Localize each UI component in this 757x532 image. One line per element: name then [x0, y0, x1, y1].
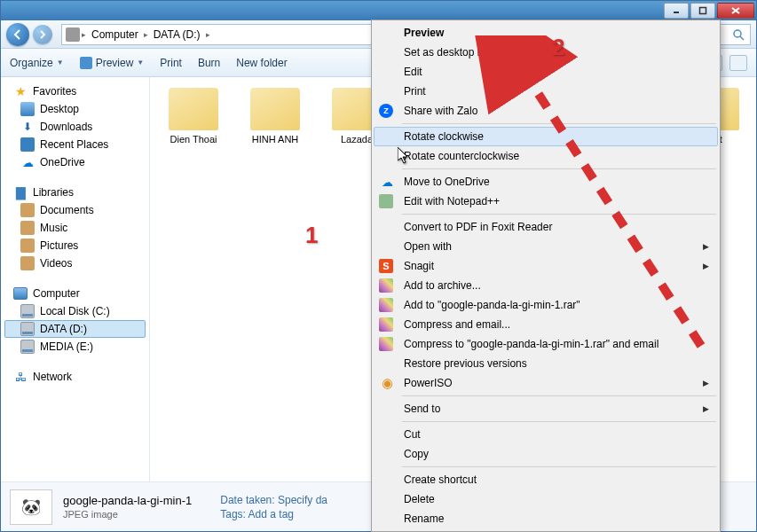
sidebar-data-d[interactable]: DATA (D:): [4, 320, 146, 338]
breadcrumb-data-d[interactable]: DATA (D:): [150, 28, 204, 41]
libraries-icon: ▇: [13, 185, 28, 200]
sidebar-local-c[interactable]: Local Disk (C:): [1, 302, 149, 320]
menu-rotate-counterclockwise[interactable]: Rotate counterclockwise: [374, 146, 718, 166]
menu-compress-rar-email[interactable]: Compress to "google-panda-la-gi-min-1.ra…: [374, 334, 718, 354]
poweriso-label: PowerISO: [404, 377, 453, 389]
menu-restore-versions[interactable]: Restore previous versions: [374, 354, 718, 373]
search-icon: [732, 28, 745, 41]
npp-label: Edit with Notepad++: [404, 195, 500, 207]
music-label: Music: [40, 222, 67, 234]
menu-share-zalo[interactable]: ZShare with Zalo: [374, 101, 718, 121]
favorites-label: Favorites: [33, 85, 76, 98]
menu-create-shortcut[interactable]: Create shortcut: [374, 470, 718, 489]
date-value[interactable]: Specify da: [278, 494, 327, 506]
chevron-right-icon: ▸: [144, 30, 148, 39]
sidebar-downloads[interactable]: ⬇Downloads: [1, 118, 149, 136]
menu-rename[interactable]: Rename: [374, 509, 718, 528]
menu-rotate-clockwise[interactable]: Rotate clockwise: [374, 127, 718, 146]
organize-menu[interactable]: Organize▼: [10, 57, 64, 69]
menu-copy[interactable]: Copy: [374, 444, 718, 464]
menu-separator: [402, 214, 716, 215]
menu-open-with[interactable]: Open with▶: [374, 237, 718, 256]
sidebar-desktop[interactable]: Desktop: [1, 100, 149, 118]
chevron-right-icon: ▸: [206, 30, 210, 39]
menu-set-background[interactable]: Set as desktop background: [374, 43, 718, 62]
download-icon: ⬇: [20, 120, 35, 134]
tags-value[interactable]: Add a tag: [248, 508, 294, 520]
disk-icon: [20, 340, 35, 354]
network-label: Network: [33, 371, 72, 383]
menu-cut[interactable]: Cut: [374, 425, 718, 444]
details-filename: google-panda-la-gi-min-1: [63, 494, 192, 507]
chevron-right-icon: ▸: [82, 30, 86, 39]
svg-line-5: [740, 36, 744, 40]
sidebar-libraries[interactable]: ▇Libraries: [1, 184, 149, 201]
sidebar-music[interactable]: Music: [1, 219, 149, 237]
computer-icon: [13, 287, 28, 300]
sidebar-computer[interactable]: Computer: [1, 285, 149, 302]
menu-edit-notepadpp[interactable]: Edit with Notepad++: [374, 192, 718, 211]
sidebar-documents[interactable]: Documents: [1, 201, 149, 219]
compemail-label: Compress and email...: [404, 318, 510, 331]
menu-snagit[interactable]: SSnagit▶: [374, 256, 718, 276]
computer-label: Computer: [33, 287, 80, 300]
menu-add-rar[interactable]: Add to "google-panda-la-gi-min-1.rar": [374, 295, 718, 315]
menu-compress-email[interactable]: Compress and email...: [374, 315, 718, 334]
star-icon: ★: [13, 84, 28, 98]
datad-label: DATA (D:): [40, 323, 87, 335]
menu-convert-foxit[interactable]: Convert to PDF in Foxit Reader: [374, 217, 718, 237]
sidebar-recent[interactable]: Recent Places: [1, 136, 149, 153]
burn-button[interactable]: Burn: [198, 57, 220, 69]
folder-hinh-anh[interactable]: HINH ANH: [241, 84, 310, 172]
sidebar-network[interactable]: 🖧Network: [1, 368, 149, 386]
menu-preview[interactable]: Preview: [374, 23, 718, 43]
comprar-label: Compress to "google-panda-la-gi-min-1.ra…: [404, 338, 658, 350]
sidebar-favorites[interactable]: ★Favorites: [1, 82, 149, 100]
desktop-label: Desktop: [40, 103, 79, 115]
recent-label: Recent Places: [40, 138, 108, 151]
menu-poweriso[interactable]: ◉PowerISO▶: [374, 373, 718, 393]
sidebar-pictures[interactable]: Pictures: [1, 237, 149, 254]
menu-send-to[interactable]: Send to▶: [374, 399, 718, 419]
forward-button[interactable]: [33, 25, 52, 44]
snagit-icon: S: [379, 259, 393, 273]
titlebar: [1, 1, 756, 20]
menu-move-onedrive[interactable]: ☁Move to OneDrive: [374, 172, 718, 192]
videos-label: Videos: [40, 257, 72, 270]
menu-edit[interactable]: Edit: [374, 62, 718, 82]
menu-separator: [402, 466, 716, 467]
breadcrumb-computer[interactable]: Computer: [88, 28, 142, 41]
preview-label: Preview: [96, 57, 134, 69]
folder-icon: [250, 88, 300, 130]
drive-icon: [66, 27, 80, 42]
close-button[interactable]: [717, 3, 754, 19]
menu-print[interactable]: Print: [374, 82, 718, 101]
menu-separator: [402, 168, 716, 169]
folder-dien-thoai[interactable]: Dien Thoai: [159, 84, 228, 172]
disk-icon: [20, 322, 35, 336]
sidebar-onedrive[interactable]: ☁OneDrive: [1, 153, 149, 171]
pictures-icon: [20, 239, 35, 253]
archive-icon: [379, 337, 393, 351]
help-button[interactable]: [729, 55, 747, 71]
svg-point-4: [734, 30, 741, 37]
network-icon: 🖧: [13, 370, 28, 384]
music-icon: [20, 221, 35, 235]
back-button[interactable]: [6, 23, 29, 46]
menu-separator: [402, 421, 716, 422]
minimize-button[interactable]: [664, 3, 689, 19]
context-menu: Preview Set as desktop background Edit P…: [371, 20, 721, 532]
sidebar-media-e[interactable]: MEDIA (E:): [1, 338, 149, 356]
preview-menu[interactable]: Preview▼: [80, 57, 145, 69]
pictures-label: Pictures: [40, 239, 78, 252]
print-button[interactable]: Print: [160, 57, 182, 69]
sidebar-videos[interactable]: Videos: [1, 254, 149, 272]
maximize-button[interactable]: [690, 3, 715, 19]
disk-icon: [20, 304, 35, 318]
menu-separator: [402, 395, 716, 396]
newfolder-button[interactable]: New folder: [236, 57, 287, 69]
menu-add-archive[interactable]: Add to archive...: [374, 276, 718, 295]
menu-delete[interactable]: Delete: [374, 489, 718, 509]
recent-icon: [20, 137, 35, 152]
libraries-label: Libraries: [33, 186, 74, 199]
